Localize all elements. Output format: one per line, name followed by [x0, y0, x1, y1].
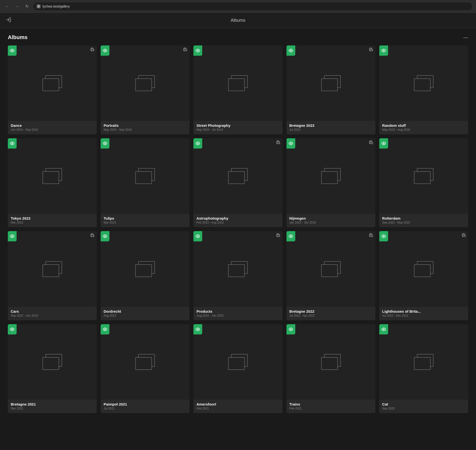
album-name: Portraits [104, 123, 187, 128]
album-thumbnail [8, 45, 97, 121]
album-card[interactable]: Rotterdam Sep 2022 - May 2022 [379, 138, 468, 227]
album-info: Portraits May 2024 - Sep 2018 [101, 121, 190, 134]
album-card[interactable]: Bretagne 2023 Jul 2023 [286, 45, 375, 134]
album-placeholder-icon [321, 261, 341, 277]
sub-album-icon [369, 233, 373, 238]
album-date: Sep 2022 - Jun 2019 [11, 314, 94, 317]
album-date: Aug 2022 [104, 314, 187, 317]
svg-point-38 [383, 329, 384, 330]
album-placeholder-icon [42, 261, 62, 277]
svg-point-17 [290, 143, 291, 144]
album-card[interactable]: Products Aug 2022 - Jan 2022 [193, 231, 282, 320]
svg-rect-30 [370, 235, 373, 237]
section-title: Albums [8, 34, 28, 41]
svg-rect-5 [184, 49, 186, 51]
album-date: Mar 2023 [104, 221, 187, 224]
album-thumbnail [193, 231, 282, 307]
album-placeholder-icon [135, 75, 155, 91]
album-date: May 2024 - Sep 2018 [104, 128, 187, 131]
back-button[interactable]: ← [4, 3, 11, 10]
album-card[interactable]: Paimpol 2021 Jul 2021 [101, 324, 190, 413]
album-card[interactable]: Amersfoort Feb 2021 [193, 324, 282, 413]
album-placeholder-icon [228, 354, 248, 370]
public-badge [101, 45, 109, 56]
sub-album-icon [369, 140, 373, 145]
album-date: May 2023 - Aug 2018 [382, 128, 465, 131]
album-card[interactable]: Portraits May 2024 - Sep 2018 [101, 45, 190, 134]
svg-point-13 [105, 143, 106, 144]
album-name: Rotterdam [382, 216, 465, 220]
svg-point-20 [383, 143, 384, 144]
album-thumbnail [101, 138, 190, 214]
svg-rect-6 [184, 49, 187, 51]
album-info: Astrophotography Feb 2023 - Aug 2022 [193, 214, 282, 227]
sub-album-icon [90, 233, 94, 238]
album-info: Amersfoort Feb 2021 [193, 400, 282, 413]
album-card[interactable]: Street Photography May 2024 - Jul 2019 [193, 45, 282, 134]
album-card[interactable]: Tulips Mar 2023 [101, 138, 190, 227]
sub-album-icon [90, 47, 94, 52]
album-date: Jan 2023 - Oct 2018 [289, 221, 372, 224]
album-thumbnail [379, 138, 468, 214]
album-card[interactable]: Random stuff May 2023 - Aug 2018 [379, 45, 468, 134]
public-badge [193, 324, 202, 334]
album-card[interactable]: Nijmegen Jan 2023 - Oct 2018 [286, 138, 375, 227]
album-card[interactable]: Trains Feb 2021 [286, 324, 375, 413]
public-badge [286, 45, 295, 56]
collapse-button[interactable]: — [463, 35, 468, 40]
album-card[interactable]: Astrophotography Feb 2023 - Aug 2022 [193, 138, 282, 227]
svg-rect-2 [91, 49, 94, 51]
album-card[interactable]: Cat Sep 2020 [379, 324, 468, 413]
album-placeholder-icon [42, 75, 62, 91]
album-thumbnail [8, 138, 97, 214]
public-badge [286, 324, 295, 334]
svg-rect-29 [369, 234, 372, 236]
svg-point-11 [383, 50, 384, 51]
album-card[interactable]: Tokyo 2023 Mar 2023 [8, 138, 97, 227]
album-card[interactable]: Cars Sep 2022 - Jun 2019 [8, 231, 97, 320]
sub-album-icon [462, 233, 466, 238]
album-placeholder-icon [42, 354, 62, 370]
album-card[interactable]: Lighthouses of Brita... Jul 2022 - Dec 2… [379, 231, 468, 320]
album-info: Bretagne 2022 Jul 2022 - Apr 2022 [286, 307, 375, 320]
album-card[interactable]: Bretagne 2022 Jul 2022 - Apr 2022 [286, 231, 375, 320]
url-text: lychee.test/gallery [42, 4, 70, 8]
album-info: Lighthouses of Brita... Jul 2022 - Dec 2… [379, 307, 468, 320]
album-placeholder-icon [135, 261, 155, 277]
album-date: Feb 2023 - Aug 2022 [196, 221, 279, 224]
public-badge [193, 45, 202, 56]
site-icon: ⊞ [37, 4, 41, 8]
album-placeholder-icon [321, 75, 341, 91]
svg-rect-27 [277, 235, 280, 237]
album-name: Bretagne 2022 [289, 309, 372, 313]
svg-point-31 [383, 236, 384, 237]
svg-point-25 [197, 236, 199, 237]
album-info: Products Aug 2022 - Jan 2022 [193, 307, 282, 320]
svg-point-28 [290, 236, 291, 237]
album-date: Sep 2022 - May 2022 [382, 221, 465, 224]
album-card[interactable]: Dordrecht Aug 2022 [101, 231, 190, 320]
album-name: Lighthouses of Brita... [382, 309, 465, 313]
album-date: Feb 2021 [289, 407, 372, 410]
svg-point-1 [12, 50, 13, 51]
album-card[interactable]: Dance Jun 2024 - Sep 2018 [8, 45, 97, 134]
album-name: Dance [11, 123, 94, 128]
login-button[interactable] [6, 17, 11, 24]
svg-rect-19 [370, 142, 373, 144]
album-thumbnail [193, 45, 282, 121]
album-date: Feb 2021 [196, 407, 279, 410]
svg-point-35 [105, 329, 106, 330]
forward-button[interactable]: → [14, 3, 21, 10]
svg-rect-33 [463, 235, 465, 237]
svg-rect-26 [276, 234, 279, 236]
address-bar[interactable]: ⊞ lychee.test/gallery [33, 2, 472, 10]
album-info: Dance Jun 2024 - Sep 2018 [8, 121, 97, 134]
album-name: Dordrecht [104, 309, 187, 313]
public-badge [379, 138, 388, 149]
album-card[interactable]: Bretagne 2021 Dec 2021 [8, 324, 97, 413]
sub-album-icon [369, 47, 373, 52]
reload-button[interactable]: ↻ [23, 3, 30, 10]
album-thumbnail [379, 324, 468, 400]
album-info: Dordrecht Aug 2022 [101, 307, 190, 320]
public-badge [379, 324, 388, 334]
